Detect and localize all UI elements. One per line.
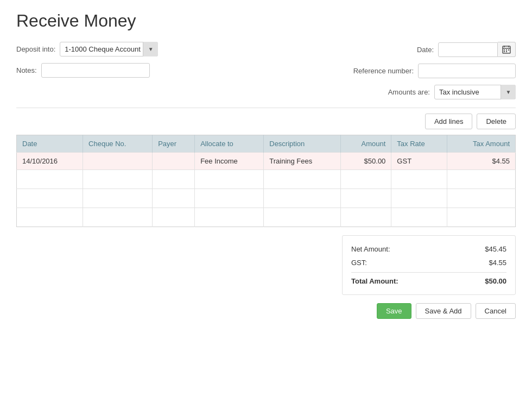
amounts-label: Amounts are: [388, 88, 430, 96]
deposit-select[interactable]: 1-1000 Cheque Account 1-1001 Savings Acc… [60, 42, 158, 56]
delete-button[interactable]: Delete [477, 114, 516, 129]
gst-row: GST: $4.55 [351, 256, 506, 269]
action-buttons: Save Save & Add Cancel [16, 303, 516, 319]
col-cheque: Cheque No. [83, 135, 153, 153]
gst-value: $4.55 [489, 259, 506, 267]
table-cell [153, 170, 195, 189]
net-amount-label: Net Amount: [351, 245, 390, 253]
cancel-button[interactable]: Cancel [476, 303, 516, 319]
amounts-select-wrapper: Tax inclusive Tax exclusive No Tax [434, 85, 516, 99]
deposit-label: Deposit into: [16, 45, 55, 53]
net-amount-value: $45.45 [485, 245, 506, 253]
svg-rect-4 [504, 49, 505, 51]
table-cell: $4.55 [447, 153, 515, 170]
table-cell [447, 170, 515, 189]
total-label: Total Amount: [351, 277, 398, 285]
add-lines-button[interactable]: Add lines [425, 114, 472, 129]
table-row[interactable] [17, 189, 516, 208]
table-cell [17, 189, 83, 208]
table-cell [264, 170, 341, 189]
table-cell [264, 189, 341, 208]
net-amount-row: Net Amount: $45.45 [351, 242, 506, 256]
table-header-row: Date Cheque No. Payer Allocate to Descri… [17, 135, 516, 153]
col-payer: Payer [153, 135, 195, 153]
svg-rect-7 [504, 51, 505, 52]
table-cell [17, 208, 83, 227]
table-cell [83, 170, 153, 189]
svg-rect-8 [506, 51, 507, 52]
table-cell [195, 189, 264, 208]
deposit-select-wrapper: 1-1000 Cheque Account 1-1001 Savings Acc… [60, 42, 158, 56]
total-value: $50.00 [485, 277, 506, 285]
table-cell [83, 153, 153, 170]
table-cell [83, 208, 153, 227]
table-cell [195, 208, 264, 227]
table-cell [17, 170, 83, 189]
reference-label: Reference number: [353, 67, 414, 75]
date-wrapper: 14/10/2016 [438, 42, 516, 57]
table-cell [83, 189, 153, 208]
save-add-button[interactable]: Save & Add [416, 303, 471, 319]
col-description: Description [264, 135, 341, 153]
table-cell [341, 208, 391, 227]
date-input[interactable]: 14/10/2016 [438, 42, 498, 57]
date-label: Date: [417, 46, 434, 54]
table-cell: $50.00 [341, 153, 391, 170]
table-cell [153, 208, 195, 227]
table-cell: 14/10/2016 [17, 153, 83, 170]
calendar-icon [502, 45, 511, 54]
table-cell [447, 189, 515, 208]
summary-box: Net Amount: $45.45 GST: $4.55 Total Amou… [342, 235, 516, 295]
notes-label: Notes: [16, 66, 37, 74]
toolbar: Add lines Delete [16, 114, 516, 129]
table-cell [391, 208, 447, 227]
table-cell: Fee Income [195, 153, 264, 170]
col-date: Date [17, 135, 83, 153]
calendar-button[interactable] [498, 42, 516, 57]
transactions-table: Date Cheque No. Payer Allocate to Descri… [16, 135, 516, 227]
svg-rect-5 [506, 49, 507, 51]
table-cell [391, 189, 447, 208]
reference-input[interactable]: DP000009 [418, 64, 516, 78]
table-row[interactable] [17, 170, 516, 189]
table-cell [153, 189, 195, 208]
table-cell: GST [391, 153, 447, 170]
table-cell [341, 189, 391, 208]
table-cell [264, 208, 341, 227]
table-cell [447, 208, 515, 227]
table-cell [195, 170, 264, 189]
divider [16, 108, 516, 108]
col-tax-amount: Tax Amount [447, 135, 515, 153]
table-cell: Training Fees [264, 153, 341, 170]
col-allocate: Allocate to [195, 135, 264, 153]
total-row: Total Amount: $50.00 [351, 272, 506, 288]
summary-section: Net Amount: $45.45 GST: $4.55 Total Amou… [16, 235, 516, 295]
table-row[interactable]: 14/10/2016Fee IncomeTraining Fees$50.00G… [17, 153, 516, 170]
table-cell [391, 170, 447, 189]
page-title: Receive Money [16, 11, 516, 31]
table-row[interactable] [17, 208, 516, 227]
amounts-select[interactable]: Tax inclusive Tax exclusive No Tax [434, 85, 516, 99]
notes-input[interactable] [41, 63, 150, 78]
table-cell [153, 153, 195, 170]
col-tax-rate: Tax Rate [391, 135, 447, 153]
gst-label: GST: [351, 259, 367, 267]
svg-rect-6 [508, 49, 509, 51]
save-button[interactable]: Save [377, 303, 411, 319]
col-amount: Amount [341, 135, 391, 153]
table-cell [341, 170, 391, 189]
